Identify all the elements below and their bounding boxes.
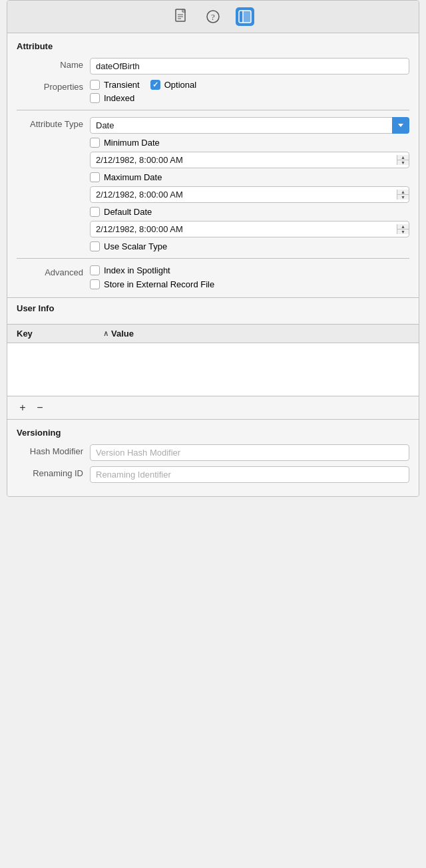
- divider-1: [17, 110, 409, 110]
- inspector-icon[interactable]: [236, 7, 254, 26]
- minimum-date-stepper-down[interactable]: [397, 160, 409, 165]
- maximum-date-value: 2/12/1982, 8:00:00 AM: [91, 187, 397, 202]
- renaming-id-row: Renaming ID: [17, 466, 409, 483]
- document-icon[interactable]: [172, 7, 190, 26]
- svg-rect-7: [243, 11, 251, 23]
- name-input[interactable]: [90, 58, 409, 74]
- key-column-header: Key: [17, 329, 103, 339]
- maximum-date-input-row: 2/12/1982, 8:00:00 AM: [90, 186, 409, 203]
- store-external-row: Store in External Record File: [90, 279, 409, 289]
- store-external-checkbox[interactable]: [90, 279, 100, 289]
- value-col-label: Value: [111, 329, 134, 339]
- default-date-checkbox-row: Default Date: [90, 207, 409, 217]
- maximum-date-label: Maximum Date: [104, 172, 162, 182]
- maximum-date-stepper-up[interactable]: [397, 190, 409, 195]
- hash-modifier-content: [90, 444, 409, 461]
- indexed-checkbox-row: Indexed: [90, 93, 409, 103]
- attribute-type-select-container: Date String Integer 16 Integer 32 Intege…: [90, 117, 409, 134]
- optional-label: Optional: [164, 80, 196, 90]
- attribute-type-label: Attribute Type: [17, 117, 90, 129]
- svg-text:?: ?: [211, 12, 215, 22]
- use-scalar-checkbox[interactable]: [90, 241, 100, 251]
- maximum-date-checkbox-row: Maximum Date: [90, 172, 409, 182]
- minimum-date-stepper[interactable]: [397, 155, 409, 165]
- default-date-stepper[interactable]: [397, 224, 409, 234]
- transient-checkbox-row: Transient: [90, 80, 140, 90]
- props-top-row: Transient Optional: [90, 80, 409, 90]
- default-date-stepper-down[interactable]: [397, 229, 409, 234]
- indexed-checkbox[interactable]: [90, 93, 100, 103]
- advanced-content: Index in Spotlight Store in External Rec…: [90, 265, 409, 289]
- name-label: Name: [17, 58, 90, 70]
- use-scalar-label: Use Scalar Type: [104, 241, 167, 251]
- versioning-title: Versioning: [17, 428, 409, 438]
- versioning-section: Versioning Hash Modifier Renaming ID: [7, 420, 419, 496]
- user-info-title-area: User Info: [7, 298, 419, 325]
- user-info-section: User Info Key ∧ Value: [7, 298, 419, 396]
- optional-checkbox[interactable]: [150, 80, 160, 90]
- properties-row: Properties Transient Optional Indexed: [17, 80, 409, 103]
- properties-content: Transient Optional Indexed: [90, 80, 409, 103]
- maximum-date-stepper[interactable]: [397, 190, 409, 200]
- index-spotlight-label: Index in Spotlight: [104, 265, 170, 275]
- remove-button[interactable]: −: [34, 402, 46, 414]
- value-column-header: ∧ Value: [103, 329, 134, 339]
- minimum-date-value: 2/12/1982, 8:00:00 AM: [91, 152, 397, 168]
- renaming-id-content: [90, 466, 409, 483]
- minimum-date-stepper-up[interactable]: [397, 155, 409, 160]
- attribute-section: Attribute Name Properties Transient Opt: [7, 33, 419, 298]
- transient-label: Transient: [104, 80, 140, 90]
- properties-label: Properties: [17, 80, 90, 92]
- default-date-value: 2/12/1982, 8:00:00 AM: [91, 221, 397, 237]
- index-spotlight-checkbox[interactable]: [90, 265, 100, 275]
- user-info-body: [7, 343, 419, 396]
- attribute-section-title: Attribute: [17, 41, 409, 51]
- default-date-label: Default Date: [104, 207, 152, 217]
- minimum-date-checkbox-row: Minimum Date: [90, 138, 409, 148]
- name-content: [90, 58, 409, 74]
- default-date-stepper-up[interactable]: [397, 224, 409, 229]
- add-remove-row: + −: [7, 396, 419, 420]
- renaming-id-input[interactable]: [90, 466, 409, 483]
- divider-2: [17, 258, 409, 259]
- attribute-type-select[interactable]: Date String Integer 16 Integer 32 Intege…: [90, 117, 409, 134]
- hash-modifier-label: Hash Modifier: [17, 444, 90, 456]
- transient-checkbox[interactable]: [90, 80, 100, 90]
- maximum-date-stepper-down[interactable]: [397, 195, 409, 200]
- default-date-checkbox[interactable]: [90, 207, 100, 217]
- hash-modifier-input[interactable]: [90, 444, 409, 461]
- sort-arrow-icon[interactable]: ∧: [103, 329, 108, 338]
- user-info-header: Key ∧ Value: [7, 325, 419, 343]
- add-button[interactable]: +: [17, 402, 29, 414]
- attribute-type-row: Attribute Type Date String Integer 16 In…: [17, 117, 409, 251]
- renaming-id-label: Renaming ID: [17, 466, 90, 478]
- hash-modifier-row: Hash Modifier: [17, 444, 409, 461]
- indexed-label: Indexed: [104, 93, 134, 103]
- use-scalar-checkbox-row: Use Scalar Type: [90, 241, 409, 251]
- attribute-type-content: Date String Integer 16 Integer 32 Intege…: [90, 117, 409, 251]
- index-spotlight-row: Index in Spotlight: [90, 265, 409, 275]
- advanced-label: Advanced: [17, 265, 90, 277]
- store-external-label: Store in External Record File: [104, 279, 214, 289]
- maximum-date-checkbox[interactable]: [90, 172, 100, 182]
- optional-checkbox-row: Optional: [150, 80, 196, 90]
- advanced-row: Advanced Index in Spotlight Store in Ext…: [17, 265, 409, 289]
- minimum-date-input-row: 2/12/1982, 8:00:00 AM: [90, 152, 409, 168]
- name-row: Name: [17, 58, 409, 74]
- help-icon[interactable]: ?: [204, 7, 222, 26]
- minimum-date-checkbox[interactable]: [90, 138, 100, 148]
- minimum-date-label: Minimum Date: [104, 138, 160, 148]
- default-date-input-row: 2/12/1982, 8:00:00 AM: [90, 221, 409, 237]
- toolbar: ?: [7, 1, 419, 33]
- user-info-title: User Info: [17, 303, 409, 313]
